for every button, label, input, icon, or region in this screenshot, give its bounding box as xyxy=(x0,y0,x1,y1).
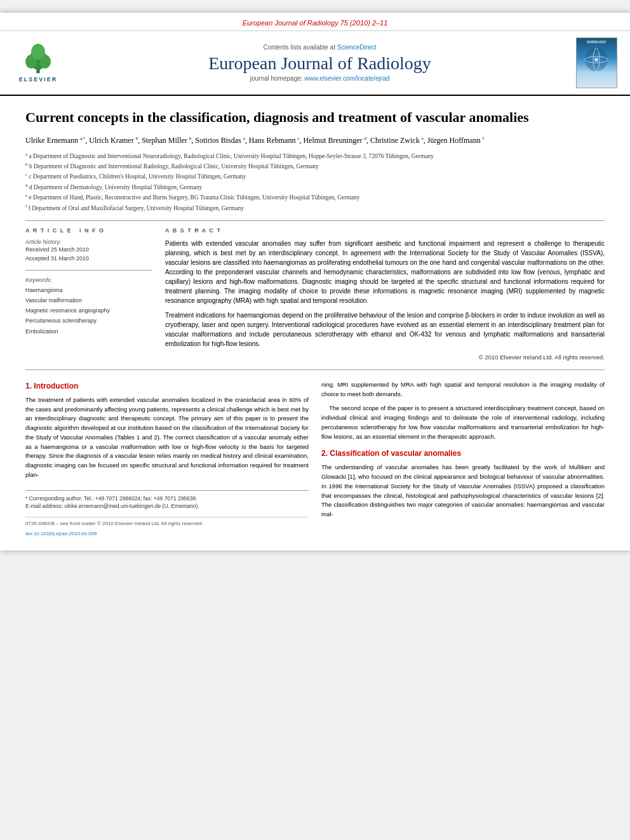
issn-text: 0720-048X/$ – see front matter © 2010 El… xyxy=(25,520,203,528)
section2-para-1: The understanding of vascular anomalies … xyxy=(321,463,605,519)
elsevier-label: ELSEVIER xyxy=(19,76,58,83)
received-date: Received 25 March 2010 xyxy=(25,245,152,254)
authors-line: Ulrike Ernemann a,*, Ulrich Kramer b, St… xyxy=(25,135,605,146)
homepage-url[interactable]: www.elsevier.com/locate/ejrad xyxy=(304,75,389,82)
email-note: E-mail address: ulrike.ernemann@med.uni-… xyxy=(25,502,309,510)
section1-para-1: The treatment of patients with extended … xyxy=(25,396,309,479)
keywords-label: Keywords: xyxy=(25,277,152,283)
journal-cover-image: RADIOLOGY xyxy=(576,37,617,88)
journal-header: ELSEVIER Contents lists available at Sci… xyxy=(0,31,630,96)
keyword-4: Percutaneous sclerotherapy xyxy=(25,316,152,326)
sciencedirect-line: Contents lists available at ScienceDirec… xyxy=(70,44,570,51)
corresponding-author-note: * Corresponding author. Tel.: +49 7071 2… xyxy=(25,495,309,503)
doi-text[interactable]: doi:10.1016/j.ejrad.2010.04.009 xyxy=(25,530,309,538)
affiliations-block: a a Department of Diagnostic and Interve… xyxy=(25,151,605,213)
bottom-bar: 0720-048X/$ – see front matter © 2010 El… xyxy=(25,517,309,530)
abstract-paragraph-2: Treatment indications for haemangiomas d… xyxy=(165,310,605,349)
abstract-col: A B S T R A C T Patients with extended v… xyxy=(165,227,605,361)
section2-title: Classification of vascular anomalies xyxy=(330,449,461,458)
top-citation-bar: European Journal of Radiology 75 (2010) … xyxy=(0,13,630,31)
section1-para-right-1: ning. MRI supplemented by MRA with high … xyxy=(321,380,605,399)
authors-text: Ulrike Ernemann a,*, Ulrich Kramer b, St… xyxy=(25,136,484,145)
divider-keywords xyxy=(25,270,152,270)
affiliation-a: a a Department of Diagnostic and Interve… xyxy=(25,151,605,161)
cover-illustration xyxy=(579,44,614,79)
journal-name: European Journal of Radiology xyxy=(70,53,570,74)
sciencedirect-label: Contents lists available at xyxy=(264,44,335,51)
keyword-1: Haemangioma xyxy=(25,285,152,295)
accepted-date: Accepted 31 March 2010 xyxy=(25,254,152,263)
section1-number: 1. xyxy=(25,382,32,390)
history-label: Article history: xyxy=(25,239,152,245)
affiliation-f: f f Department of Oral and Maxillofacial… xyxy=(25,203,605,213)
sciencedirect-link[interactable]: ScienceDirect xyxy=(337,44,377,51)
journal-title-block: Contents lists available at ScienceDirec… xyxy=(70,44,570,82)
section1-para-right-2: The second scope of the paper is to pres… xyxy=(321,404,605,441)
affiliation-c: c c Department of Paediatrics, Children'… xyxy=(25,171,605,181)
keyword-3: Magnetic resonance angiography xyxy=(25,305,152,316)
body-section: 1. Introduction The treatment of patient… xyxy=(25,380,605,538)
affiliation-d: d d Department of Dermatology, Universit… xyxy=(25,182,605,192)
section1-body-right: ning. MRI supplemented by MRA with high … xyxy=(321,380,605,441)
article-info-col: A R T I C L E I N F O Article history: R… xyxy=(25,227,152,361)
body-col-left: 1. Introduction The treatment of patient… xyxy=(25,380,309,538)
article-content: Current concepts in the classification, … xyxy=(0,96,630,550)
section1-title: Introduction xyxy=(34,382,78,390)
journal-homepage: journal homepage: www.elsevier.com/locat… xyxy=(70,75,570,82)
article-history-block: Article history: Received 25 March 2010 … xyxy=(25,239,152,263)
copyright-text: © 2010 Elsevier Ireland Ltd. All rights … xyxy=(165,354,605,361)
abstract-paragraph-1: Patients with extended vascular anomalie… xyxy=(165,239,605,305)
abstract-section: A R T I C L E I N F O Article history: R… xyxy=(25,227,605,361)
article-info-label: A R T I C L E I N F O xyxy=(25,227,152,234)
keyword-2: Vascular malformation xyxy=(25,295,152,305)
affiliation-b: b b Department of Diagnostic and Interve… xyxy=(25,161,605,171)
section1-body-left: The treatment of patients with extended … xyxy=(25,396,309,479)
doi-label: doi:10.1016/j.ejrad.2010.04.009 xyxy=(25,531,97,537)
section2-body: The understanding of vascular anomalies … xyxy=(321,463,605,519)
footnote-section: * Corresponding author. Tel.: +49 7071 2… xyxy=(25,490,309,511)
section1-heading: 1. Introduction xyxy=(25,380,309,392)
homepage-label: journal homepage: xyxy=(250,75,303,82)
divider-2 xyxy=(25,370,605,370)
abstract-section-label: A B S T R A C T xyxy=(165,227,605,234)
article-title: Current concepts in the classification, … xyxy=(25,109,605,127)
svg-point-4 xyxy=(31,44,45,60)
elsevier-logo: ELSEVIER xyxy=(13,43,64,83)
abstract-text: Patients with extended vascular anomalie… xyxy=(165,239,605,349)
elsevier-tree-icon xyxy=(19,43,57,75)
section2-heading: 2. Classification of vascular anomalies xyxy=(321,448,605,459)
divider-1 xyxy=(25,220,605,221)
body-col-right: ning. MRI supplemented by MRA with high … xyxy=(321,380,605,538)
section2-number: 2. xyxy=(321,449,328,458)
page: European Journal of Radiology 75 (2010) … xyxy=(0,13,630,550)
affiliation-e: e e Department of Hand, Plastic, Reconst… xyxy=(25,192,605,202)
body-two-col: 1. Introduction The treatment of patient… xyxy=(25,380,605,538)
citation-text: European Journal of Radiology 75 (2010) … xyxy=(243,19,388,27)
svg-point-10 xyxy=(594,58,598,62)
keyword-5: Embolization xyxy=(25,326,152,337)
